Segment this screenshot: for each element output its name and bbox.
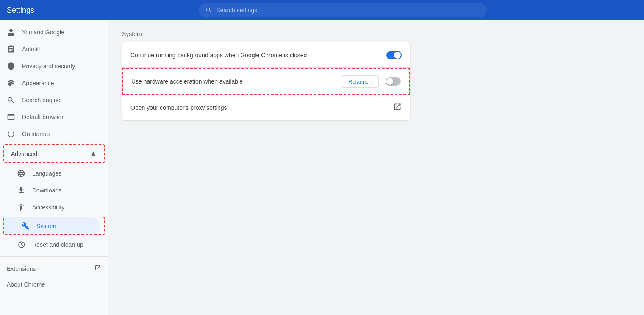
relaunch-button[interactable]: Relaunch xyxy=(341,75,379,88)
sidebar-label: Appearance xyxy=(22,80,54,86)
sidebar-label: You and Google xyxy=(22,29,64,36)
toggle-thumb xyxy=(386,78,393,85)
chevron-up-icon: ▲ xyxy=(89,149,97,158)
sidebar-label: Privacy and security xyxy=(22,63,75,70)
advanced-section-header[interactable]: Advanced ▲ xyxy=(3,144,105,163)
toggle-background-apps[interactable] xyxy=(386,51,402,59)
browser-icon xyxy=(7,113,15,121)
extensions-label: Extensions xyxy=(7,265,36,272)
section-title: System xyxy=(122,31,630,37)
search-icon xyxy=(205,7,212,14)
setting-row-proxy: Open your computer's proxy settings xyxy=(122,95,410,120)
sidebar-item-accessibility[interactable]: Accessibility xyxy=(0,199,108,216)
app-title: Settings xyxy=(7,6,34,15)
advanced-label: Advanced xyxy=(11,151,37,157)
power-icon xyxy=(7,130,15,138)
sidebar-item-system[interactable]: System xyxy=(4,217,100,234)
sidebar-item-downloads[interactable]: Downloads xyxy=(0,182,108,199)
about-chrome-label: About Chrome xyxy=(7,281,45,288)
sidebar-item-on-startup[interactable]: On startup xyxy=(0,125,105,142)
sidebar-item-appearance[interactable]: Appearance xyxy=(0,75,105,92)
sidebar-item-reset[interactable]: Reset and clean up xyxy=(0,236,108,253)
palette-icon xyxy=(7,79,15,87)
settings-card: Continue running background apps when Go… xyxy=(122,42,410,120)
sidebar-label: System xyxy=(36,223,56,229)
toggle-track xyxy=(386,77,401,86)
sidebar-item-privacy[interactable]: Privacy and security xyxy=(0,58,105,75)
assignment-icon xyxy=(7,45,15,53)
setting-label-background-apps: Continue running background apps when Go… xyxy=(130,52,386,59)
system-item-wrapper: System xyxy=(3,217,105,235)
wrench-icon xyxy=(21,222,30,230)
setting-row-hardware-accel: Use hardware acceleration when available… xyxy=(123,69,409,94)
setting-row-background-apps: Continue running background apps when Go… xyxy=(122,42,410,68)
sidebar-divider xyxy=(0,256,108,257)
sidebar: You and Google Autofill Privacy and secu… xyxy=(0,20,108,315)
sidebar-label: Downloads xyxy=(32,187,61,194)
accessibility-icon xyxy=(17,203,25,212)
external-link-icon xyxy=(94,265,101,273)
sidebar-item-languages[interactable]: Languages xyxy=(0,165,108,182)
sidebar-label: On startup xyxy=(22,131,50,137)
hw-accel-dashed-section: Use hardware acceleration when available… xyxy=(122,68,410,95)
main-layout: You and Google Autofill Privacy and secu… xyxy=(0,20,644,315)
history-icon xyxy=(17,240,25,249)
toggle-track xyxy=(386,51,402,59)
sidebar-item-search-engine[interactable]: Search engine xyxy=(0,92,105,109)
person-icon xyxy=(7,28,15,36)
search-bar[interactable] xyxy=(199,3,487,17)
toggle-hardware-accel[interactable] xyxy=(386,77,401,86)
header: Settings xyxy=(0,0,644,20)
sidebar-item-you-and-google[interactable]: You and Google xyxy=(0,24,105,41)
setting-label-proxy: Open your computer's proxy settings xyxy=(130,104,393,111)
sidebar-label: Accessibility xyxy=(32,204,64,211)
sidebar-label: Languages xyxy=(32,170,61,177)
toggle-thumb xyxy=(394,52,401,59)
sidebar-label: Default browser xyxy=(22,114,64,120)
sidebar-label: Autofill xyxy=(22,46,40,53)
shield-icon xyxy=(7,62,15,70)
sidebar-item-default-browser[interactable]: Default browser xyxy=(0,109,105,125)
sidebar-item-autofill[interactable]: Autofill xyxy=(0,41,105,58)
globe-icon xyxy=(17,169,25,178)
sidebar-label: Reset and clean up xyxy=(32,241,83,248)
sidebar-item-extensions[interactable]: Extensions xyxy=(0,260,108,277)
setting-label-hardware-accel: Use hardware acceleration when available xyxy=(131,78,341,85)
search-input[interactable] xyxy=(217,7,480,14)
search-icon xyxy=(7,96,15,104)
content-area: System Continue running background apps … xyxy=(108,20,644,315)
sidebar-label: Search engine xyxy=(22,97,60,103)
download-icon xyxy=(17,186,25,195)
sidebar-item-about-chrome[interactable]: About Chrome xyxy=(0,277,108,292)
external-link-icon[interactable] xyxy=(393,103,402,113)
